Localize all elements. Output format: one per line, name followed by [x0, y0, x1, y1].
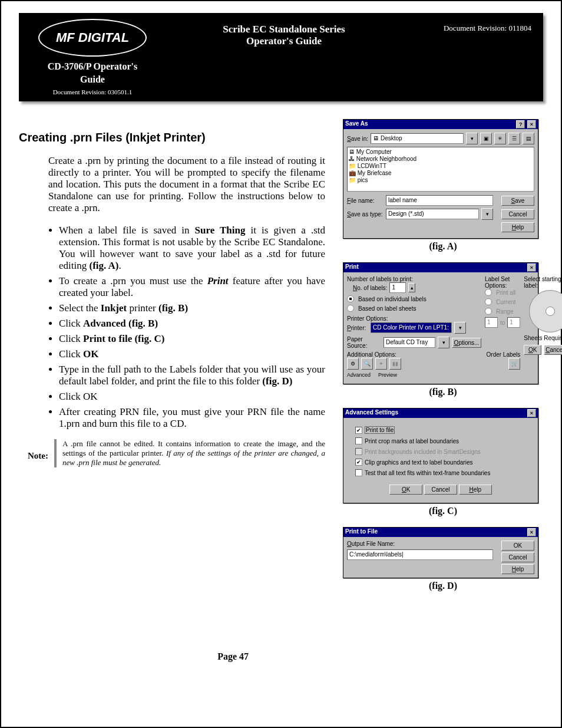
- save-button[interactable]: Save: [501, 196, 534, 206]
- save-as-type-combo[interactable]: Design (*.std): [386, 209, 479, 219]
- close-icon[interactable]: ×: [527, 409, 536, 417]
- save-in-combo[interactable]: 🖥 Desktop: [371, 133, 464, 144]
- output-file-name-label: Output File Name:: [347, 541, 497, 547]
- file-list[interactable]: 🖥 My Computer 🖧 Network Neighborhood 📁 L…: [347, 147, 534, 192]
- dropdown-icon[interactable]: ▾: [466, 133, 478, 144]
- page-number: Page 47: [217, 651, 249, 662]
- fig-d-caption: (fig. D): [343, 581, 543, 591]
- preview-icon[interactable]: 🔍: [361, 358, 373, 370]
- save-in-label: Save in:: [347, 136, 368, 142]
- options-button[interactable]: Options...: [452, 338, 481, 348]
- disc-preview-icon[interactable]: [529, 290, 562, 332]
- paper-source-combo[interactable]: Default CD Tray: [384, 337, 435, 348]
- list-view-icon[interactable]: ☰: [508, 133, 520, 144]
- ok-button[interactable]: OK: [389, 485, 422, 495]
- order-labels-label: Order Labels: [485, 351, 520, 358]
- printer-label: Printer:: [347, 325, 368, 331]
- section-title: Creating .prn Files (Inkjet Printer): [19, 131, 325, 144]
- header-left-revision: Document Revision: 030501.1: [31, 88, 154, 95]
- steps-list: When a label file is saved in Sure Thing…: [48, 225, 325, 430]
- details-view-icon[interactable]: ▤: [523, 133, 534, 144]
- step-item: To create a .prn you must use the Print …: [59, 275, 325, 299]
- cancel-button[interactable]: Cancel: [501, 552, 534, 562]
- advanced-settings-dialog: Advanced Settings × ✔Print to file Print…: [343, 408, 538, 503]
- ok-button[interactable]: OK: [524, 345, 541, 355]
- sheets-required-label: Sheets Required:: [524, 335, 562, 341]
- advanced-title: Advanced Settings: [345, 409, 398, 417]
- step-item: Click Advanced (fig. B): [59, 318, 325, 330]
- no-of-labels-input[interactable]: 1: [389, 282, 406, 293]
- help-icon[interactable]: ?: [516, 120, 525, 129]
- printer-options-label: Printer Options:: [347, 315, 481, 322]
- dropdown-icon[interactable]: ▾: [438, 337, 449, 348]
- intro-paragraph: Create a .prn by printing the document t…: [48, 155, 325, 214]
- labelset-label: Label Set Options:: [485, 276, 520, 289]
- cancel-button[interactable]: Cancel: [544, 345, 562, 355]
- close-icon[interactable]: ×: [527, 120, 536, 129]
- opt-backgrounds: Print backgrounds included in SmartDesig…: [365, 449, 481, 455]
- spinner-icon[interactable]: ▴: [408, 283, 415, 292]
- header-subtitle-1: CD-3706/P Operator's: [31, 61, 154, 72]
- header-right-revision: Document Revision: 011804: [414, 19, 531, 33]
- help-button[interactable]: Help: [501, 222, 534, 232]
- logo: MF DIGITAL: [38, 19, 147, 57]
- output-file-name-input[interactable]: C:\mediaform\labels|: [347, 549, 493, 560]
- step-item: Click OK: [59, 391, 325, 403]
- checkbox-crop-marks[interactable]: [355, 437, 362, 444]
- additional-options-label: Additional Options:: [347, 351, 481, 358]
- opt-print-to-file: Print to file: [365, 426, 395, 434]
- header-center-line1: Scribe EC Standalone Series: [154, 24, 414, 35]
- print-title: Print: [345, 263, 359, 272]
- printer-combo[interactable]: CD Color Printer IV on LPT1:: [371, 322, 452, 333]
- saveas-title: Save As: [345, 120, 368, 129]
- step-item: Type in the full path to the Labels fold…: [59, 364, 325, 387]
- fig-b-caption: (fig. B): [343, 387, 543, 397]
- save-as-type-label: Save as type:: [347, 211, 384, 218]
- note-body: A .prn file cannot be edited. It contain…: [62, 439, 325, 467]
- help-button[interactable]: Help: [501, 564, 534, 574]
- cart-icon[interactable]: 🛒: [508, 358, 520, 370]
- file-name-input[interactable]: label name: [386, 195, 493, 206]
- radio-sheets[interactable]: [347, 305, 354, 312]
- advanced-label: Advanced: [347, 372, 371, 378]
- checkbox-test-fit[interactable]: [355, 469, 362, 476]
- list-item[interactable]: 🖧 Network Neighborhood: [349, 156, 533, 162]
- help-button[interactable]: Help: [459, 485, 492, 495]
- list-item[interactable]: 📁 pics: [349, 177, 533, 183]
- radio-individual[interactable]: [347, 295, 354, 302]
- step-item: Click Print to file (fig. C): [59, 333, 325, 345]
- checkbox-backgrounds: [355, 448, 362, 455]
- advanced-icon[interactable]: ⚙: [347, 358, 359, 370]
- cancel-button[interactable]: Cancel: [424, 485, 457, 495]
- list-item[interactable]: 🖥 My Computer: [349, 149, 533, 155]
- no-of-labels-label: No. of labels:: [353, 285, 387, 291]
- close-icon[interactable]: ×: [527, 528, 536, 536]
- cancel-button[interactable]: Cancel: [501, 209, 534, 219]
- close-icon[interactable]: ×: [527, 263, 536, 272]
- fig-a-caption: (fig. A): [343, 241, 543, 252]
- up-folder-icon[interactable]: ▣: [480, 133, 492, 144]
- saveas-dialog: Save As ? × Save in: 🖥 Desktop ▾ ▣ ✳ ☰ ▤: [343, 119, 538, 239]
- header-center-line2: Operator's Guide: [154, 35, 414, 47]
- checkbox-print-to-file[interactable]: ✔: [355, 427, 362, 434]
- print-to-file-title: Print to File: [345, 528, 378, 536]
- preview-label: Preview: [378, 372, 397, 378]
- step-item: Select the Inkjet printer (fig. B): [59, 302, 325, 314]
- checkbox-clip[interactable]: ✔: [355, 459, 362, 466]
- dropdown-icon[interactable]: ▾: [454, 322, 466, 334]
- new-folder-icon[interactable]: ✳: [494, 133, 506, 144]
- fig-c-caption: (fig. C): [343, 506, 543, 516]
- paper-source-label: Paper Source:: [347, 336, 381, 349]
- opt-test-fit: Test that all text fits within text-fram…: [365, 470, 490, 476]
- print-dialog: Print × Number of labels to print: No. o…: [343, 262, 538, 384]
- note-label: Note:: [19, 439, 48, 467]
- list-item[interactable]: 💼 My Briefcase: [349, 170, 533, 176]
- file-name-label: File name:: [347, 197, 384, 204]
- header-subtitle-2: Guide: [31, 74, 154, 85]
- page-header: MF DIGITAL CD-3706/P Operator's Guide Do…: [19, 13, 543, 101]
- list-item[interactable]: 📁 LCDWinTT: [349, 163, 533, 169]
- ok-button[interactable]: OK: [501, 541, 534, 551]
- opt-clip: Clip graphics and text to label boundari…: [365, 459, 472, 466]
- dropdown-icon[interactable]: ▾: [481, 208, 493, 220]
- print-to-file-dialog: Print to File × Output File Name: C:\med…: [343, 527, 538, 578]
